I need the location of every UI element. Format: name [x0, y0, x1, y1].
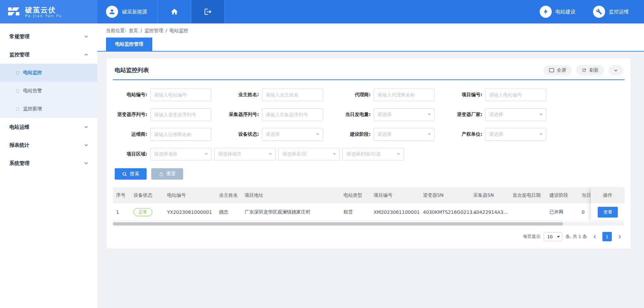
col-collector-sn: 采集器SN	[470, 187, 509, 203]
filter-label: 运维商:	[114, 131, 150, 137]
refresh-label: 刷新	[589, 67, 599, 73]
inverter-sn-input[interactable]	[150, 108, 211, 121]
status-badge: 正常	[133, 208, 152, 216]
filter-label: 代理商:	[337, 92, 374, 98]
station-no-input[interactable]	[150, 88, 211, 101]
lightning-icon	[540, 6, 552, 18]
next-page-button[interactable]	[615, 232, 624, 241]
region-province-select[interactable]: 请选择省份	[150, 148, 212, 161]
current-user[interactable]: 破茧新能源	[97, 0, 158, 23]
sidebar-item-report-stats[interactable]: 报表统计	[0, 136, 97, 154]
per-page-label: 每页显示	[523, 234, 540, 240]
breadcrumb-separator: /	[141, 28, 142, 34]
nav-station-build[interactable]: 电站建设	[540, 6, 576, 18]
chevron-down-icon	[428, 133, 431, 137]
user-name: 破茧新能源	[122, 9, 147, 15]
build-stage-select[interactable]: 请选择	[374, 128, 435, 141]
nav-monitor-om-label: 监控运维	[609, 9, 629, 15]
home-button[interactable]	[158, 0, 191, 23]
search-button[interactable]: 搜索	[115, 168, 147, 180]
sidebar-item-label: 电站运维	[9, 124, 30, 130]
reset-button-label: 重置	[166, 171, 176, 177]
sidebar-item-label: 报表统计	[9, 142, 30, 148]
col-seq: 序号	[113, 187, 130, 203]
select-placeholder: 请选择村镇/街道	[346, 151, 381, 157]
chevron-down-icon	[84, 143, 89, 147]
pagination: 每页显示 10 条, 共 1 条 1	[113, 226, 625, 244]
sidebar-item-station-monitor[interactable]: 电站监控	[0, 64, 97, 82]
sidebar-item-general-mgmt[interactable]: 常规管理	[0, 27, 97, 46]
cell-build-stage: 已并网	[546, 203, 578, 221]
table-fixed-action-column: 操作 查看	[591, 187, 625, 221]
fullscreen-button[interactable]: 全屏	[543, 65, 572, 75]
avatar	[106, 6, 118, 18]
nav-monitor-om[interactable]: 监控运维	[593, 6, 629, 18]
device-status-select[interactable]: 请选择	[262, 128, 323, 141]
collapse-panel-button[interactable]	[608, 65, 623, 75]
chevron-up-icon	[84, 52, 89, 57]
view-button[interactable]: 查看	[598, 207, 618, 218]
nav-station-build-label: 电站建设	[555, 9, 576, 15]
cell-station-no: YX2023061000001	[164, 203, 216, 221]
sidebar-item-monitor-add[interactable]: 监控新增	[0, 100, 97, 118]
person-icon	[108, 8, 116, 15]
reset-button[interactable]: 重置	[151, 168, 183, 180]
select-placeholder: 请选择城市	[218, 151, 241, 157]
breadcrumb-home[interactable]: 首页	[129, 28, 138, 34]
logo-icon	[7, 5, 21, 18]
filter-label: 产权单位:	[449, 131, 485, 137]
sidebar-item-station-alarm[interactable]: 电站告警	[0, 82, 97, 100]
chevron-down-icon	[333, 153, 336, 157]
logout-button[interactable]	[191, 0, 225, 23]
agent-input[interactable]	[374, 88, 435, 101]
page-1-button[interactable]: 1	[602, 232, 612, 241]
cell-device-status: 正常	[130, 203, 164, 221]
total-count-label: 条, 共 1 条	[566, 234, 587, 240]
search-button-label: 搜索	[130, 171, 139, 177]
home-icon	[170, 8, 178, 16]
region-city-select[interactable]: 请选择城市	[214, 148, 276, 161]
wrench-icon	[593, 6, 605, 18]
region-town-select[interactable]: 请选择村镇/街道	[342, 148, 404, 161]
chevron-down-icon	[316, 133, 319, 137]
chevron-down-icon	[539, 133, 543, 137]
sidebar-item-system-mgmt[interactable]: 系统管理	[0, 154, 97, 172]
search-icon	[122, 172, 127, 177]
col-device-status: 设备状态	[130, 187, 164, 203]
sidebar-subitem-label: 电站监控	[23, 70, 42, 76]
refresh-button[interactable]: 刷新	[576, 65, 604, 75]
col-station-type: 电站类型	[340, 187, 370, 203]
breadcrumb-current: 电站监控	[169, 28, 188, 34]
owner-name-input[interactable]	[262, 88, 323, 101]
sidebar-item-label: 系统管理	[9, 160, 30, 167]
tab-station-monitor-mgmt[interactable]: 电站监控管理	[106, 38, 152, 51]
chevron-down-icon	[539, 114, 543, 117]
inverter-vendor-select[interactable]: 请选择	[485, 108, 546, 121]
breadcrumb-monitor-mgmt[interactable]: 监控管理	[144, 28, 163, 34]
sidebar-submenu-monitor: 电站监控 电站告警 监控新增	[0, 64, 97, 118]
filter-label: 业主姓名:	[226, 92, 262, 98]
sidebar-subitem-label: 监控新增	[23, 106, 42, 112]
main-content: 当前位置: 首页 / 监控管理 / 电站监控 电站监控管理 电站监控列表 全屏 …	[97, 23, 644, 308]
prev-page-button[interactable]	[590, 232, 599, 241]
breadcrumb: 当前位置: 首页 / 监控管理 / 电站监控	[97, 23, 644, 38]
station-table: 序号 设备状态 电站编号 业主姓名 项目地址 电站类型 项目编号 逆变器SN 采…	[113, 187, 625, 226]
select-placeholder: 请选择	[377, 131, 391, 137]
daily-power-select[interactable]: 请选择	[374, 108, 435, 121]
sidebar-item-label: 监控管理	[9, 52, 30, 58]
scrollbar-thumb[interactable]	[113, 222, 563, 226]
property-unit-select[interactable]: 请选择	[485, 128, 546, 141]
collector-sn-input[interactable]	[262, 108, 323, 121]
horizontal-scrollbar[interactable]	[113, 222, 625, 226]
region-county-select[interactable]: 请选择县/区	[278, 148, 340, 161]
sidebar-item-station-om[interactable]: 电站运维	[0, 118, 97, 136]
cell-first-power-date	[509, 203, 546, 221]
chevron-down-icon	[84, 34, 89, 39]
page-size-select[interactable]: 10	[544, 232, 562, 241]
project-no-input[interactable]	[485, 88, 546, 101]
om-vendor-input[interactable]	[150, 128, 211, 141]
col-inverter-sn: 逆变器SN	[420, 187, 470, 203]
sidebar-item-monitor-mgmt[interactable]: 监控管理	[0, 46, 97, 64]
cell-seq: 1	[113, 203, 130, 221]
select-placeholder: 请选择	[489, 112, 503, 118]
